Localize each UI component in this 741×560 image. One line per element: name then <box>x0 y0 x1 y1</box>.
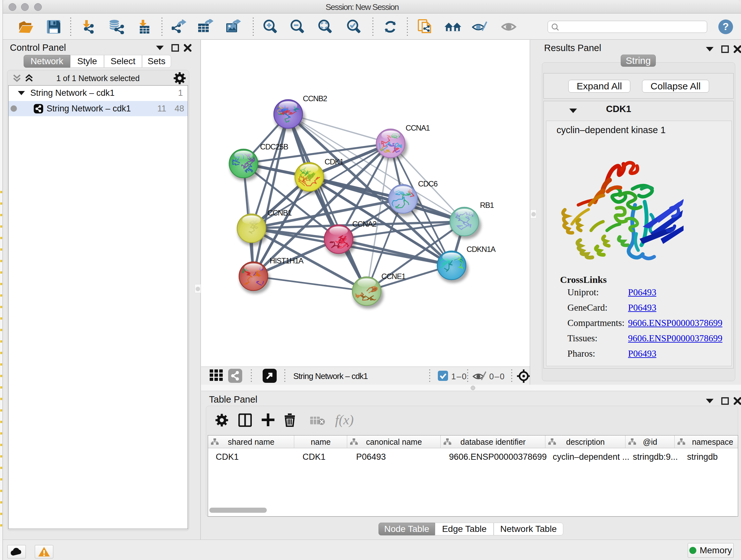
svg-text:CCNB2: CCNB2 <box>303 94 327 103</box>
svg-text:CCNA2: CCNA2 <box>352 220 377 228</box>
svg-text:RB1: RB1 <box>480 201 494 209</box>
svg-text:?: ? <box>723 21 729 32</box>
svg-text:CDC25B: CDC25B <box>260 142 288 151</box>
svg-text:CCNE1: CCNE1 <box>381 272 406 281</box>
svg-text:CDK1: CDK1 <box>325 158 344 166</box>
svg-text:CCNB1: CCNB1 <box>267 208 292 217</box>
svg-text:CDKN1A: CDKN1A <box>467 245 495 253</box>
svg-text:CDC6: CDC6 <box>418 179 437 188</box>
svg-text:HIST1H1A: HIST1H1A <box>270 256 304 265</box>
svg-text:CCNA1: CCNA1 <box>406 124 430 132</box>
